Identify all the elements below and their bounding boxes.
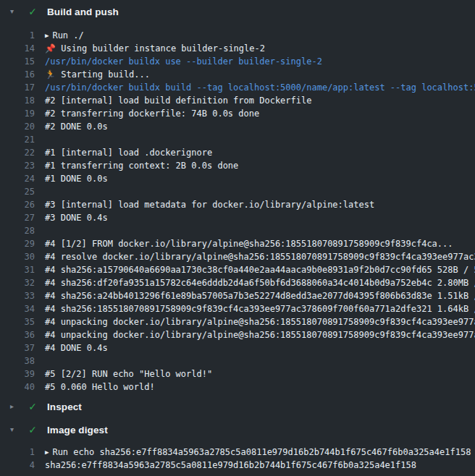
step-header-inspect[interactable]: ▸ ✓ Inspect <box>0 395 475 418</box>
log-text <box>35 354 475 367</box>
line-number[interactable]: 17 <box>0 81 35 94</box>
log-text: #4 unpacking docker.io/library/alpine@sh… <box>35 315 475 328</box>
line-number[interactable]: 26 <box>0 198 35 211</box>
line-number[interactable]: 38 <box>0 354 35 367</box>
log-text: #2 DONE 0.0s <box>35 120 475 133</box>
log-text: #1 [internal] load .dockerignore <box>35 146 475 159</box>
log-text: #5 0.060 Hello world! <box>35 381 475 394</box>
log-text <box>35 224 475 237</box>
chevron-down-icon[interactable]: ▾ <box>10 8 20 15</box>
log-line: 38 <box>0 354 475 367</box>
line-number[interactable]: 31 <box>0 263 35 276</box>
log-text: 📌 Using builder instance builder-single-… <box>35 42 475 55</box>
log-line: 29#4 [1/2] FROM docker.io/library/alpine… <box>0 237 475 250</box>
log-text-command: /usr/bin/docker buildx use --builder bui… <box>35 55 475 68</box>
log-text: #2 [internal] load build definition from… <box>35 94 475 107</box>
log-text: sha256:e7ff8834a5963a2785c5a0811e979d16b… <box>35 459 475 472</box>
step-title: Image digest <box>47 425 108 435</box>
line-number[interactable]: 39 <box>0 367 35 381</box>
log-line: 30#4 resolve docker.io/library/alpine@sh… <box>0 250 475 263</box>
line-number[interactable]: 15 <box>0 55 35 68</box>
log-text: #4 resolve docker.io/library/alpine@sha2… <box>35 250 475 263</box>
log-line: 37#4 DONE 0.4s <box>0 341 475 354</box>
line-number[interactable]: 21 <box>0 133 35 146</box>
log-line: 22#1 [internal] load .dockerignore <box>0 146 475 159</box>
log-line: 23#1 transferring context: 2B 0.0s done <box>0 159 475 172</box>
line-number[interactable]: 24 <box>0 172 35 185</box>
log-line: 1▶Run ./ <box>0 29 475 42</box>
log-line: 25 <box>0 185 475 198</box>
line-number[interactable]: 18 <box>0 94 35 107</box>
log-text: #4 sha256:a24bb4013296f61e89ba57005a7b3e… <box>35 289 475 302</box>
log-text: #5 [2/2] RUN echo "Hello world!" <box>35 367 475 381</box>
log-line: 39#5 [2/2] RUN echo "Hello world!" <box>0 367 475 381</box>
log-line: 32#4 sha256:df20fa9351a15782c64e6dddb2d4… <box>0 276 475 289</box>
log-line: 35#4 unpacking docker.io/library/alpine@… <box>0 315 475 328</box>
log-line: 21 <box>0 133 475 146</box>
chevron-down-icon[interactable]: ▾ <box>10 426 20 433</box>
line-number[interactable]: 32 <box>0 276 35 289</box>
step-title: Inspect <box>47 401 82 412</box>
line-number[interactable]: 1 <box>0 446 35 459</box>
log-text: #4 DONE 0.4s <box>35 341 475 354</box>
line-number[interactable]: 22 <box>0 146 35 159</box>
success-check-icon: ✓ <box>27 401 38 412</box>
line-number[interactable]: 30 <box>0 250 35 263</box>
log-line: 16🏃 Starting build... <box>0 68 475 81</box>
line-number[interactable]: 1 <box>0 29 35 42</box>
success-check-icon: ✓ <box>27 425 38 435</box>
line-number[interactable]: 16 <box>0 68 35 81</box>
line-number[interactable]: 37 <box>0 341 35 354</box>
line-number[interactable]: 19 <box>0 107 35 120</box>
log-text: #4 [1/2] FROM docker.io/library/alpine@s… <box>35 237 475 250</box>
log-text: 🏃 Starting build... <box>35 68 475 81</box>
log-text: #4 unpacking docker.io/library/alpine@sh… <box>35 328 475 341</box>
log-line: 36#4 unpacking docker.io/library/alpine@… <box>0 328 475 341</box>
success-check-icon: ✓ <box>27 7 38 17</box>
line-number[interactable]: 4 <box>0 459 35 472</box>
log-text: #2 transferring dockerfile: 74B 0.0s don… <box>35 107 475 120</box>
step-section-inspect: ▸ ✓ Inspect <box>0 395 475 418</box>
line-number[interactable]: 25 <box>0 185 35 198</box>
log-line: 4sha256:e7ff8834a5963a2785c5a0811e979d16… <box>0 459 475 472</box>
line-number[interactable]: 40 <box>0 381 35 394</box>
line-number[interactable]: 33 <box>0 289 35 302</box>
log-line: 18#2 [internal] load build definition fr… <box>0 94 475 107</box>
log-text: #4 sha256:a15790640a6690aa1730c38cf0a440… <box>35 263 475 276</box>
step-log-image-digest: 1▶Run echo sha256:e7ff8834a5963a2785c5a0… <box>0 441 475 473</box>
step-header-build-and-push[interactable]: ▾ ✓ Build and push <box>0 0 475 23</box>
step-log-build-and-push: 1▶Run ./14📌 Using builder instance build… <box>0 23 475 395</box>
log-line: 1▶Run echo sha256:e7ff8834a5963a2785c5a0… <box>0 446 475 459</box>
log-text: ▶Run echo sha256:e7ff8834a5963a2785c5a08… <box>35 446 475 459</box>
log-text <box>35 133 475 146</box>
log-line: 19#2 transferring dockerfile: 74B 0.0s d… <box>0 107 475 120</box>
log-line: 34#4 sha256:185518070891758909c9f839cf4c… <box>0 302 475 315</box>
step-title: Build and push <box>47 7 119 17</box>
step-section-image-digest: ▾ ✓ Image digest 1▶Run echo sha256:e7ff8… <box>0 418 475 473</box>
log-line: 14📌 Using builder instance builder-singl… <box>0 42 475 55</box>
actions-log-viewer: ▾ ✓ Build and push 1▶Run ./14📌 Using bui… <box>0 0 475 476</box>
log-text-command: /usr/bin/docker buildx build --tag local… <box>35 81 475 94</box>
chevron-right-icon[interactable]: ▸ <box>10 403 20 410</box>
line-number[interactable]: 35 <box>0 315 35 328</box>
line-number[interactable]: 14 <box>0 42 35 55</box>
log-line: 40#5 0.060 Hello world! <box>0 381 475 394</box>
line-number[interactable]: 23 <box>0 159 35 172</box>
log-line: 15/usr/bin/docker buildx use --builder b… <box>0 55 475 68</box>
log-text: #3 DONE 0.4s <box>35 211 475 224</box>
line-number[interactable]: 28 <box>0 224 35 237</box>
log-line: 26#3 [internal] load metadata for docker… <box>0 198 475 211</box>
run-group-toggle-icon[interactable]: ▶ <box>45 29 49 42</box>
line-number[interactable]: 29 <box>0 237 35 250</box>
step-section-build-and-push: ▾ ✓ Build and push 1▶Run ./14📌 Using bui… <box>0 0 475 395</box>
step-header-image-digest[interactable]: ▾ ✓ Image digest <box>0 418 475 441</box>
line-number[interactable]: 36 <box>0 328 35 341</box>
line-number[interactable]: 27 <box>0 211 35 224</box>
log-text: ▶Run ./ <box>35 29 475 42</box>
line-number[interactable]: 20 <box>0 120 35 133</box>
line-number[interactable]: 34 <box>0 302 35 315</box>
run-group-toggle-icon[interactable]: ▶ <box>45 446 49 459</box>
log-line: 24#1 DONE 0.0s <box>0 172 475 185</box>
log-line: 28 <box>0 224 475 237</box>
log-text: #4 sha256:185518070891758909c9f839cf4ca3… <box>35 302 475 315</box>
